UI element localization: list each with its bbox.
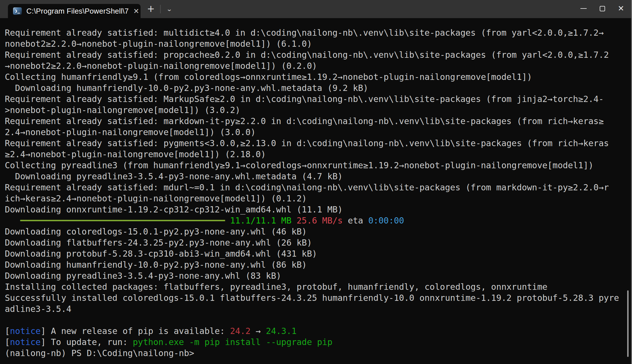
terminal-line: Requirement already satisfied: markdown-…: [5, 116, 631, 127]
tab-close-button[interactable]: ✕: [133, 8, 139, 15]
terminal-line: Requirement already satisfied: multidict…: [5, 27, 631, 38]
tab-strip-actions: + ⌄: [141, 0, 172, 18]
terminal-line: adline3-3.5.4: [5, 303, 631, 314]
terminal-line: Downloading flatbuffers-24.3.25-py2.py3-…: [5, 237, 631, 248]
terminal-line: Requirement already satisfied: mdurl~=0.…: [5, 182, 631, 193]
close-button[interactable]: ✕: [612, 0, 630, 17]
terminal-line: 2.4→nonebot-plugin-nailongremove[model1]…: [5, 127, 631, 138]
tab-dropdown-button[interactable]: ⌄: [166, 7, 173, 11]
terminal-line: nonebot2≥2.2.0→nonebot-plugin-nailongrem…: [5, 38, 631, 49]
close-window-icon: ✕: [618, 5, 624, 12]
terminal-screen[interactable]: Requirement already satisfied: multidict…: [0, 18, 631, 359]
title-bar: ❯_ C:\Program Files\PowerShell\7 ✕ + ⌄ ✕: [0, 0, 631, 18]
plus-icon: +: [147, 2, 154, 16]
tab-title: C:\Program Files\PowerShell\7: [26, 7, 129, 16]
window-controls: ✕: [574, 0, 630, 17]
terminal-line: [5, 314, 631, 325]
minimize-icon: [580, 8, 587, 9]
terminal-line: Downloading pyreadline3-3.5.4-py3-none-a…: [5, 171, 631, 182]
new-tab-button[interactable]: +: [147, 3, 154, 15]
terminal-line: Downloading protobuf-5.28.3-cp310-abi3-w…: [5, 248, 631, 259]
terminal-line: Installing collected packages: flatbuffe…: [5, 281, 631, 292]
minimize-button[interactable]: [574, 0, 593, 17]
maximize-icon: [600, 6, 605, 11]
terminal-line: Collecting humanfriendly≥9.1 (from color…: [5, 71, 631, 82]
terminal-line: Requirement already satisfied: propcache…: [5, 49, 631, 60]
powershell-icon: ❯_: [13, 7, 22, 15]
terminal-line: (nailong-nb) PS D:\Coding\nailong-nb>: [5, 348, 631, 359]
chevron-down-icon: ⌄: [166, 6, 173, 12]
terminal-line: ≥2.4→nonebot-plugin-nailongremove[model1…: [5, 149, 631, 160]
tab-powershell[interactable]: ❯_ C:\Program Files\PowerShell\7 ✕: [8, 4, 141, 18]
terminal-line: Downloading pyreadline3-3.5.4-py3-none-a…: [5, 270, 631, 281]
terminal-line: ich→keras≥2.4→nonebot-plugin-nailongremo…: [5, 193, 631, 204]
terminal-line: Downloading onnxruntime-1.19.2-cp312-cp3…: [5, 204, 631, 215]
terminal-line: →nonebot2≥2.2.0→nonebot-plugin-nailongre…: [5, 60, 631, 71]
terminal-line: Successfully installed coloredlogs-15.0.…: [5, 292, 631, 303]
maximize-button[interactable]: [593, 0, 612, 17]
terminal-line: Downloading humanfriendly-10.0-py2.py3-n…: [5, 82, 631, 93]
terminal-line: Collecting pyreadline3 (from humanfriend…: [5, 160, 631, 171]
terminal-line: >nonebot-plugin-nailongremove[model1]) (…: [5, 105, 631, 116]
terminal-line: ━━━━━━━━━━━━━━━━━━━━━━━━━━━━━━━━━━━━━━━━…: [5, 215, 631, 226]
tab-strip-divider: [160, 5, 161, 13]
terminal-line: Downloading coloredlogs-15.0.1-py2.py3-n…: [5, 226, 631, 237]
terminal-line: Downloading humanfriendly-10.0-py2.py3-n…: [5, 259, 631, 270]
terminal-line: [notice] To update, run: python.exe -m p…: [5, 337, 631, 348]
scrollbar-thumb[interactable]: [627, 290, 629, 357]
terminal-line: Requirement already satisfied: pygments<…: [5, 138, 631, 149]
terminal-line: [notice] A new release of pip is availab…: [5, 325, 631, 337]
terminal-window: ❯_ C:\Program Files\PowerShell\7 ✕ + ⌄ ✕: [0, 0, 632, 364]
close-icon: ✕: [133, 7, 139, 15]
terminal-line: Requirement already satisfied: MarkupSaf…: [5, 93, 631, 105]
